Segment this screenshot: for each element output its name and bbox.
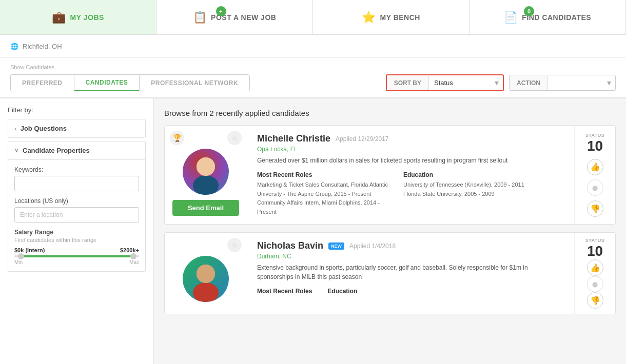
nav-post-job[interactable]: + 📋 POST A NEW JOB (156, 0, 313, 34)
status-label-nicholas: STATUS (585, 238, 605, 243)
sidebar: Filter by: › Job Questions ∨ Candidate P… (0, 98, 154, 364)
clipboard-icon: 📋 (193, 11, 207, 24)
tab-preferred[interactable]: PREFERRED (10, 74, 74, 91)
circle-btn-nicholas[interactable]: ⬤ (587, 276, 603, 292)
keywords-input[interactable] (14, 176, 139, 191)
sort-chevron-icon: ▾ (491, 78, 503, 88)
thumbs-up-michelle[interactable]: 👍 (587, 159, 603, 175)
candidate-name-nicholas: Nicholas Bavin (257, 240, 323, 251)
sort-section: SORT BY Status Name Date Applied Score ▾… (386, 74, 616, 91)
candidate-card-right-nicholas: STATUS 10 👍 ⬤ 👎 (574, 233, 615, 314)
star-nav-icon: ⭐ (362, 11, 376, 24)
trophy-icon: 🏆 (170, 131, 184, 145)
star-button-michelle[interactable]: ☆ (227, 131, 242, 145)
candidate-properties-body: Keywords: Locations (US only): Salary Ra… (8, 160, 145, 271)
show-candidates-label: Show Candidates (10, 64, 616, 70)
keywords-label: Keywords: (14, 166, 139, 173)
nav-my-bench[interactable]: ⭐ MY BENCH (313, 0, 469, 34)
sort-by-label: SORT BY (387, 76, 429, 90)
applied-date-nicholas: Applied 1/4/2018 (349, 242, 396, 250)
action-label: ACTION (510, 76, 548, 90)
slider-min-label: Min (14, 259, 23, 265)
sub-header: 🌐 Richfield, OH (0, 35, 626, 58)
candidate-card-left-nicholas: ☆ (165, 233, 247, 314)
circle-btn-michelle[interactable]: ⬤ (587, 179, 603, 196)
candidate-summary-michelle: Generated over $1 million dollars in sal… (257, 156, 564, 165)
avatar-michelle-svg (183, 149, 229, 195)
candidate-card-nicholas: ☆ Nicholas Bavin NEW Applied 1/4/2018 (164, 232, 616, 314)
action-select[interactable]: Send Email Archive (548, 75, 603, 90)
thumbs-down-nicholas[interactable]: 👎 (587, 292, 603, 309)
candidate-card-right-michelle: STATUS 10 👍 ⬤ 👎 (574, 126, 615, 224)
salary-slider[interactable] (14, 255, 139, 257)
thumbs-up-nicholas[interactable]: 👍 (587, 259, 603, 276)
education-header-nicholas: Education (327, 288, 357, 295)
avatar-nicholas (183, 256, 229, 302)
post-job-badge: + (216, 6, 226, 16)
education-content-michelle: University of Tennessee (Knoxville), 200… (403, 180, 524, 198)
globe-icon: 🌐 (10, 43, 18, 50)
action-chevron-icon: ▾ (603, 78, 615, 88)
tab-professional-network[interactable]: PROFESSIONAL NETWORK (139, 74, 250, 91)
location-input[interactable] (14, 207, 139, 223)
nav-my-bench-label: MY BENCH (380, 13, 420, 22)
salary-sub-label: Find candidates within this range (14, 237, 139, 243)
name-row-michelle: Michelle Christie Applied 12/29/2017 (257, 133, 564, 144)
candidate-card-left-michelle: 🏆 ☆ Send Email (165, 126, 247, 224)
status-block-nicholas: STATUS 10 (585, 238, 605, 259)
status-number-nicholas: 10 (587, 243, 603, 259)
candidate-body-nicholas: Nicholas Bavin NEW Applied 1/4/2018 Durh… (247, 233, 574, 314)
svg-point-1 (193, 175, 219, 195)
slider-max-label: Max (129, 259, 139, 265)
name-row-nicholas: Nicholas Bavin NEW Applied 1/4/2018 (257, 240, 564, 251)
job-location: Richfield, OH (23, 43, 62, 50)
svg-point-4 (193, 282, 219, 302)
thumbs-down-michelle[interactable]: 👎 (587, 200, 603, 217)
education-col-michelle: Education University of Tennessee (Knoxv… (403, 171, 524, 216)
status-label-michelle: STATUS (585, 133, 605, 138)
candidate-properties-label: Candidate Properties (23, 147, 90, 154)
roles-header-nicholas: Most Recent Roles (257, 288, 312, 295)
candidate-name-michelle: Michelle Christie (257, 133, 330, 144)
education-col-nicholas: Education (327, 288, 357, 297)
sort-by-box: SORT BY Status Name Date Applied Score ▾ (386, 74, 504, 91)
filter-job-questions[interactable]: › Job Questions (8, 119, 146, 138)
candidate-summary-nicholas: Extensive background in sports, particul… (257, 263, 564, 281)
nav-my-jobs[interactable]: 💼 MY JOBS (0, 0, 156, 34)
applied-date-michelle: Applied 12/29/2017 (336, 135, 388, 143)
svg-point-2 (197, 157, 215, 176)
education-header-michelle: Education (403, 171, 524, 178)
new-badge-nicholas: NEW (328, 242, 344, 250)
roles-col-michelle: Most Recent Roles Marketing & Ticket Sal… (257, 171, 388, 216)
action-box: ACTION Send Email Archive ▾ (509, 75, 616, 91)
filter-candidate-properties: ∨ Candidate Properties Keywords: Locatio… (8, 141, 146, 272)
job-questions-header[interactable]: › Job Questions (8, 119, 145, 137)
candidate-card: 🏆 ☆ Send Email Michelle Christie Applied… (164, 125, 616, 225)
tab-candidates[interactable]: CANDIDATES (74, 74, 140, 91)
candidate-properties-chevron: ∨ (14, 147, 18, 154)
candidate-location-nicholas: Durham, NC (257, 253, 564, 260)
job-questions-label: Job Questions (21, 125, 67, 132)
nav-find-candidates[interactable]: 0 📄 FIND CANDIDATES (469, 0, 626, 34)
candidate-location-michelle: Opa Locka, FL (257, 146, 564, 153)
sort-by-select[interactable]: Status Name Date Applied Score (429, 75, 491, 90)
star-button-nicholas[interactable]: ☆ (227, 238, 242, 252)
doc-icon: 📄 (504, 11, 518, 24)
tabs-section: Show Candidates PREFERRED CANDIDATES PRO… (0, 58, 626, 98)
briefcase-icon: 💼 (52, 11, 66, 24)
browse-title: Browse from 2 recently applied candidate… (164, 109, 616, 117)
roles-header-michelle: Most Recent Roles (257, 171, 388, 178)
roles-content-michelle: Marketing & Ticket Sales Consultant, Flo… (257, 180, 388, 216)
job-questions-chevron: › (14, 126, 16, 132)
main-content: Filter by: › Job Questions ∨ Candidate P… (0, 98, 626, 364)
two-col-michelle: Most Recent Roles Marketing & Ticket Sal… (257, 171, 564, 216)
candidates-list: Browse from 2 recently applied candidate… (154, 98, 626, 364)
candidate-properties-header[interactable]: ∨ Candidate Properties (8, 141, 145, 160)
nav-my-jobs-label: MY JOBS (70, 13, 104, 22)
candidate-body-michelle: Michelle Christie Applied 12/29/2017 Opa… (247, 126, 574, 224)
avatar-michelle (183, 149, 229, 195)
roles-col-nicholas: Most Recent Roles (257, 288, 312, 297)
salary-max-label: $200k+ (120, 247, 139, 253)
tab-group: PREFERRED CANDIDATES PROFESSIONAL NETWOR… (10, 74, 250, 91)
send-email-button-michelle[interactable]: Send Email (172, 200, 239, 216)
